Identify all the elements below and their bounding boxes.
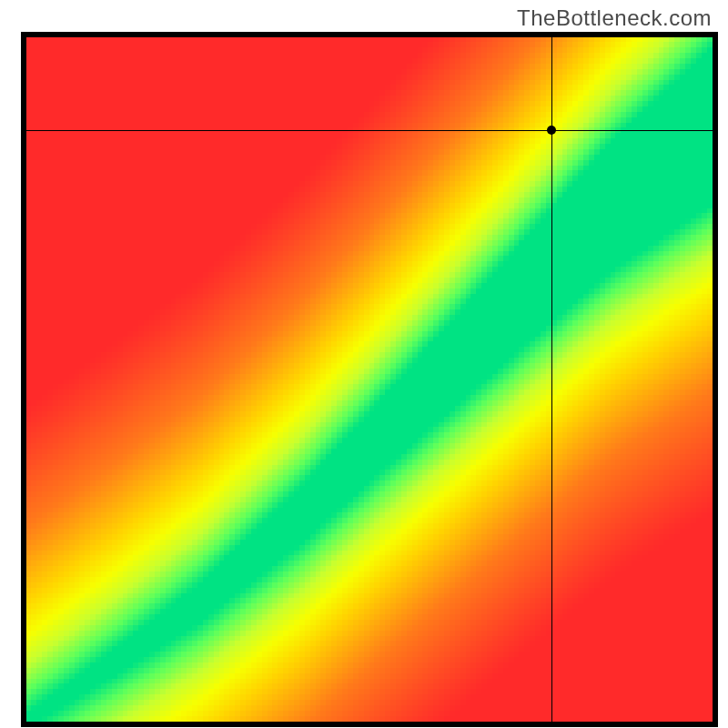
chart-wrapper: TheBottleneck.com — [0, 0, 728, 728]
watermark-brand: TheBottleneck.com — [517, 5, 712, 31]
chart-frame — [21, 32, 718, 727]
data-point-marker — [547, 126, 556, 135]
crosshair-vertical — [551, 37, 552, 722]
crosshair-horizontal — [26, 130, 713, 131]
heatmap-canvas — [26, 37, 713, 722]
